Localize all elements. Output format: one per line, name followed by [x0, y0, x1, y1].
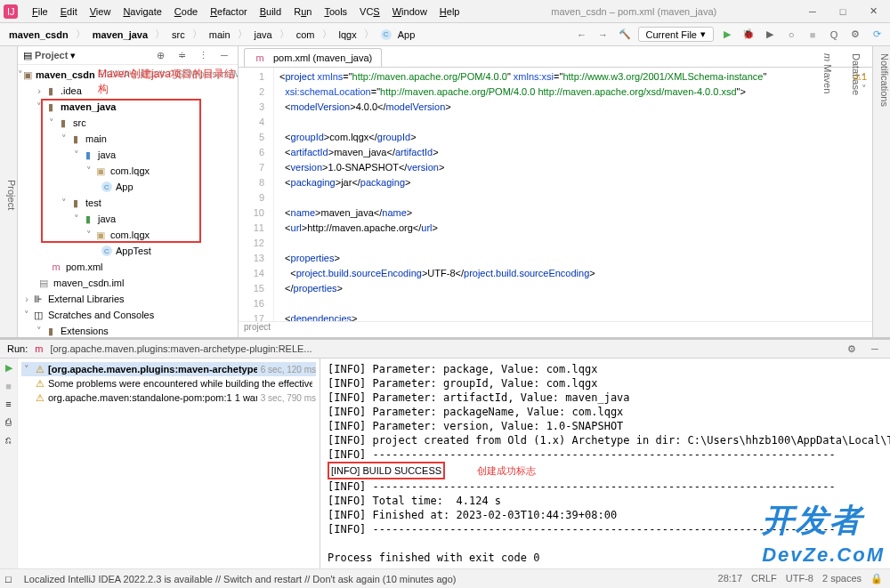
- run-panel: Run: m [org.apache.maven.plugins:maven-a…: [0, 337, 890, 568]
- expand-all-icon[interactable]: ≑: [174, 47, 190, 63]
- menu-refactor[interactable]: Refactor: [205, 4, 253, 19]
- rerun-button[interactable]: ▶: [5, 362, 12, 374]
- editor-tab[interactable]: mpom.xml (maven_java): [244, 48, 382, 67]
- code-area[interactable]: 1234567891011121314151617181920 <project…: [239, 68, 872, 321]
- run-button[interactable]: ▶: [719, 27, 735, 43]
- settings-button[interactable]: ⚙: [847, 27, 863, 43]
- run-tab-label[interactable]: Run:: [7, 343, 28, 354]
- menu-file[interactable]: File: [27, 4, 53, 19]
- crumb-1[interactable]: maven_java: [89, 28, 151, 41]
- crumb-5[interactable]: com: [293, 28, 319, 41]
- annotation-tree: Maven创建java项目的目录结构: [98, 67, 238, 97]
- editor: mpom.xml (maven_java) 123456789101112131…: [239, 46, 872, 337]
- crumb-4[interactable]: java: [251, 28, 276, 41]
- notifications-tool[interactable]: Notifications: [879, 53, 890, 337]
- maximize-button[interactable]: □: [829, 3, 856, 20]
- collapse-icon[interactable]: ⋮: [195, 47, 211, 63]
- pin-icon[interactable]: ⎙: [5, 416, 12, 427]
- build-button[interactable]: 🔨: [617, 27, 633, 43]
- menu-build[interactable]: Build: [255, 4, 287, 19]
- hide-panel-icon[interactable]: ─: [216, 47, 232, 63]
- run-tree[interactable]: ˅⚠[org.apache.maven.plugins:maven-archet…: [18, 358, 320, 568]
- watermark: 开发者DevZe.CoM: [762, 505, 885, 570]
- forward-button[interactable]: →: [595, 27, 611, 43]
- crumb-0[interactable]: maven_csdn: [5, 28, 72, 41]
- coverage-button[interactable]: ▶: [762, 27, 778, 43]
- back-button[interactable]: ←: [574, 27, 590, 43]
- crumb-6[interactable]: lqgx: [336, 28, 360, 41]
- profile-button[interactable]: ○: [783, 27, 799, 43]
- select-opened-file-icon[interactable]: ⊕: [152, 47, 168, 63]
- crumb-7[interactable]: CApp: [377, 28, 419, 41]
- menu-edit[interactable]: Edit: [55, 4, 83, 19]
- sync-icon[interactable]: ⟳: [869, 27, 885, 43]
- caret-position[interactable]: 28:17: [718, 573, 743, 584]
- maven-icon: m: [35, 343, 43, 354]
- menu-tools[interactable]: Tools: [319, 4, 352, 19]
- run-hide-icon[interactable]: ─: [867, 341, 883, 357]
- project-tree[interactable]: ˅▣maven_csdn E:\JAVA\9 框架学习\SSM\personal…: [18, 65, 238, 337]
- menu-vcs[interactable]: VCS: [354, 4, 385, 19]
- close-button[interactable]: ✕: [860, 3, 886, 20]
- toolbar: maven_csdn〉 maven_java〉 src〉 main〉 java〉…: [0, 23, 890, 46]
- app-icon: IJ: [4, 4, 18, 19]
- editor-breadcrumb[interactable]: project: [239, 321, 872, 337]
- svg-text:IJ: IJ: [7, 6, 15, 17]
- run-config-combo[interactable]: Current File ▾: [638, 27, 714, 42]
- up-stack-icon[interactable]: ⎌: [5, 434, 12, 445]
- project-combo[interactable]: ▤ Project ▾: [23, 50, 76, 61]
- titlebar: IJ File Edit View Navigate Code Refactor…: [0, 0, 890, 23]
- project-sidebar: ▤ Project ▾ ⊕ ≑ ⋮ ─ ˅▣maven_csdn E:\JAVA…: [18, 46, 239, 337]
- project-tool-button[interactable]: Project: [0, 46, 18, 337]
- menu-run[interactable]: Run: [288, 4, 317, 19]
- crumb-3[interactable]: main: [206, 28, 234, 41]
- run-settings-icon[interactable]: ⚙: [844, 341, 860, 357]
- stop-run-button[interactable]: ■: [5, 381, 12, 391]
- menubar: File Edit View Navigate Code Refactor Bu…: [23, 2, 468, 21]
- breadcrumb: maven_csdn〉 maven_java〉 src〉 main〉 java〉…: [5, 28, 570, 41]
- menu-window[interactable]: Window: [387, 4, 433, 19]
- run-config-name[interactable]: [org.apache.maven.plugins:maven-archetyp…: [50, 343, 312, 354]
- toggle-tests-icon[interactable]: ≡: [5, 399, 11, 409]
- encoding[interactable]: UTF-8: [786, 573, 813, 584]
- menu-view[interactable]: View: [85, 4, 117, 19]
- window-title: maven_csdn – pom.xml (maven_java): [468, 6, 799, 17]
- menu-help[interactable]: Help: [434, 4, 465, 19]
- debug-button[interactable]: 🐞: [740, 27, 756, 43]
- menu-code[interactable]: Code: [169, 4, 203, 19]
- readonly-icon[interactable]: 🔒: [870, 573, 883, 584]
- minimize-button[interactable]: ─: [799, 3, 826, 20]
- crumb-2[interactable]: src: [168, 28, 189, 41]
- search-button[interactable]: Q: [826, 27, 842, 43]
- indent[interactable]: 2 spaces: [822, 573, 862, 584]
- menu-navigate[interactable]: Navigate: [117, 4, 166, 19]
- status-message[interactable]: Localized IntelliJ IDEA 2022.2.3 is avai…: [17, 574, 718, 584]
- line-sep[interactable]: CRLF: [751, 573, 777, 584]
- stop-button[interactable]: ■: [805, 27, 821, 43]
